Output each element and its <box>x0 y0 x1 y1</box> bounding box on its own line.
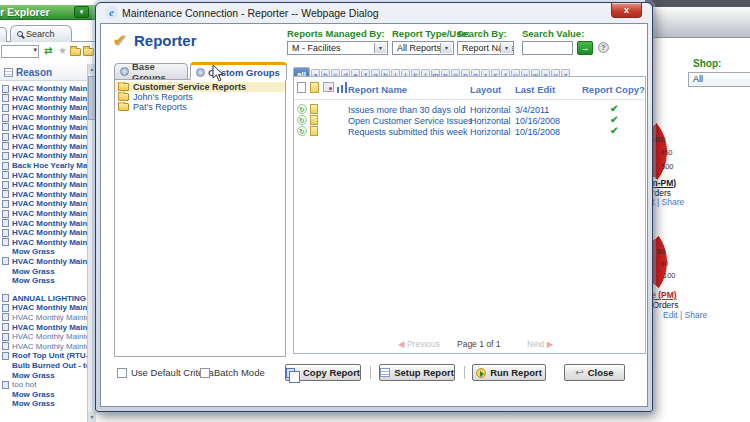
tree-item[interactable]: Pat's Reports <box>115 102 285 112</box>
tab-search[interactable]: Search <box>10 25 72 42</box>
copy-report-icon[interactable] <box>310 104 318 114</box>
work-order-icon <box>2 85 9 93</box>
work-order-item[interactable]: HVAC Monthly Mainte <box>2 103 87 113</box>
work-order-item[interactable]: HVAC Monthly Mainte <box>2 94 87 104</box>
search-by-select[interactable]: Report Name <box>457 41 514 55</box>
report-name[interactable]: Issues more than 30 days old <box>348 105 466 115</box>
work-order-item[interactable]: HVAC Monthly Mainte <box>2 170 87 180</box>
work-order-item[interactable]: HVAC Monthly Mainte <box>2 180 87 190</box>
work-order-item[interactable]: Mow Grass <box>2 266 87 276</box>
work-order-label: HVAC Monthly Mainte <box>12 103 87 112</box>
work-order-item[interactable]: too hot <box>2 380 87 390</box>
new-report-icon[interactable] <box>297 82 306 93</box>
work-order-item[interactable]: HVAC Monthly Maintena <box>2 313 87 323</box>
work-order-label: ANNUAL LIGHTING INSP <box>12 294 87 303</box>
copy-report-button[interactable]: Copy Report <box>285 364 361 381</box>
column-report-name[interactable]: Report Name <box>348 84 407 95</box>
report-last-edit: 10/16/2008 <box>515 127 560 137</box>
work-order-item[interactable]: HVAC Monthly Mainte <box>2 209 87 219</box>
refresh-icon[interactable] <box>44 45 52 56</box>
next-page-button[interactable]: Next <box>527 339 553 349</box>
report-type-select[interactable]: All Reports <box>392 41 454 55</box>
managed-by-select[interactable]: M - Facilites <box>287 41 388 55</box>
close-button[interactable]: x <box>611 3 642 18</box>
explorer-header[interactable]: r Explorer <box>0 5 96 20</box>
work-order-item[interactable]: HVAC Monthly Mainte <box>2 84 87 94</box>
work-order-label: HVAC Monthly Mainte <box>12 190 87 199</box>
report-row[interactable]: Issues more than 30 days oldHorizontal3/… <box>294 104 645 115</box>
work-order-label: HVAC Monthly Maintena <box>12 332 87 341</box>
work-order-item[interactable]: HVAC Monthly Mainte <box>2 190 87 200</box>
scroll-down-icon[interactable] <box>88 412 96 422</box>
snapshot-icon[interactable] <box>323 82 334 92</box>
work-order-item[interactable]: Back Hoe Yearly Main <box>2 161 87 171</box>
work-order-item[interactable]: HVAC Monthly Mainte <box>2 199 87 209</box>
work-order-item[interactable]: Mow Grass <box>2 247 87 257</box>
copy-icon[interactable] <box>310 82 319 93</box>
help-icon[interactable] <box>598 42 609 53</box>
work-order-item[interactable]: Mow Grass <box>2 276 87 286</box>
work-order-icon <box>2 181 9 189</box>
work-order-item[interactable]: Mow Grass <box>2 399 87 409</box>
tree-item[interactable]: Customer Service Reports <box>115 82 285 92</box>
folder-out-icon[interactable] <box>70 48 81 56</box>
work-order-item[interactable]: HVAC Monthly Mainte <box>2 151 87 161</box>
tab-partial[interactable] <box>0 27 7 42</box>
work-order-item[interactable]: HVAC Monthly Mainte <box>2 113 87 123</box>
run-report-icon[interactable] <box>297 126 307 136</box>
work-order-item[interactable]: Roof Top Unit (RTU-6) <box>2 351 87 361</box>
work-order-item[interactable]: HVAC Monthly Mainte <box>2 142 87 152</box>
work-order-item[interactable]: Mow Grass <box>2 370 87 380</box>
run-report-icon[interactable] <box>297 115 307 125</box>
work-order-label: Mow Grass <box>12 267 55 276</box>
star-icon[interactable] <box>58 45 67 56</box>
report-row[interactable]: Requests submitted this weekHorizontal10… <box>294 126 645 137</box>
work-order-item[interactable]: HVAC Monthly Mainte <box>2 228 87 238</box>
tree-item[interactable]: John's Reports <box>115 92 285 102</box>
managed-by-label: Reports Managed By: <box>287 28 385 39</box>
reason-column-header[interactable]: Reason <box>0 64 88 81</box>
work-order-item[interactable]: HVAC Monthly Mainte <box>2 303 87 313</box>
work-order-item[interactable]: Mow Grass <box>2 389 87 399</box>
work-order-item[interactable]: HVAC Monthly Maintena <box>2 332 87 342</box>
filter-select[interactable] <box>1 45 39 58</box>
work-order-item[interactable]: HVAC Monthly Mainte <box>2 122 87 132</box>
close-button[interactable]: Close <box>564 364 625 381</box>
work-order-item[interactable]: Bulb Burned Out - tes <box>2 361 87 371</box>
work-order-item[interactable]: HVAC Monthly Mainte <box>2 322 87 332</box>
run-report-button[interactable]: Run Report <box>472 364 546 381</box>
report-name[interactable]: Open Customer Service Issues <box>348 116 473 126</box>
copy-report-icon[interactable] <box>310 115 318 125</box>
tab-base-groups[interactable]: Base Groups <box>114 63 188 80</box>
work-order-item[interactable]: ANNUAL LIGHTING INSP <box>2 293 87 303</box>
setup-report-button[interactable]: Setup Report <box>379 364 455 381</box>
search-go-button[interactable] <box>577 41 593 55</box>
work-order-item[interactable]: HVAC Monthly Mainte <box>2 132 87 142</box>
work-order-item[interactable]: HVAC Monthly Mainte <box>2 238 87 248</box>
shop-label: Shop: <box>693 58 721 69</box>
search-value-input[interactable] <box>522 41 573 55</box>
work-order-item[interactable]: HVAC Monthly Maintena <box>2 341 87 351</box>
report-name[interactable]: Requests submitted this week <box>348 127 468 137</box>
chevron-down-icon[interactable] <box>74 6 89 18</box>
work-order-label: HVAC Monthly Mainte <box>12 123 87 132</box>
run-report-icon[interactable] <box>297 104 307 114</box>
tab-custom-groups[interactable]: Custom Groups <box>190 62 287 80</box>
report-copy-check: ✔ <box>610 114 618 125</box>
work-order-item[interactable]: HVAC Monthly Mainte <box>2 257 87 267</box>
column-layout[interactable]: Layout <box>470 84 501 95</box>
folder-in-icon[interactable] <box>83 48 94 56</box>
gauge-edit-share-links[interactable]: Edit | Share <box>663 310 707 320</box>
app-top-strip <box>645 0 750 7</box>
reporter-dialog: Maintenance Connection - Reporter -- Web… <box>95 2 653 412</box>
work-order-item[interactable]: HVAC Monthly Mainte <box>2 218 87 228</box>
previous-page-button[interactable]: Previous <box>398 339 440 349</box>
copy-report-icon[interactable] <box>310 126 318 136</box>
reason-icon <box>4 68 13 77</box>
shop-select[interactable]: All <box>688 72 750 87</box>
dialog-titlebar[interactable]: Maintenance Connection - Reporter -- Web… <box>96 3 652 23</box>
tree-item-label: John's Reports <box>133 92 193 102</box>
column-report-copy[interactable]: Report Copy? <box>582 84 645 95</box>
column-last-edit[interactable]: Last Edit <box>515 84 555 95</box>
report-row[interactable]: Open Customer Service IssuesHorizontal10… <box>294 115 645 126</box>
